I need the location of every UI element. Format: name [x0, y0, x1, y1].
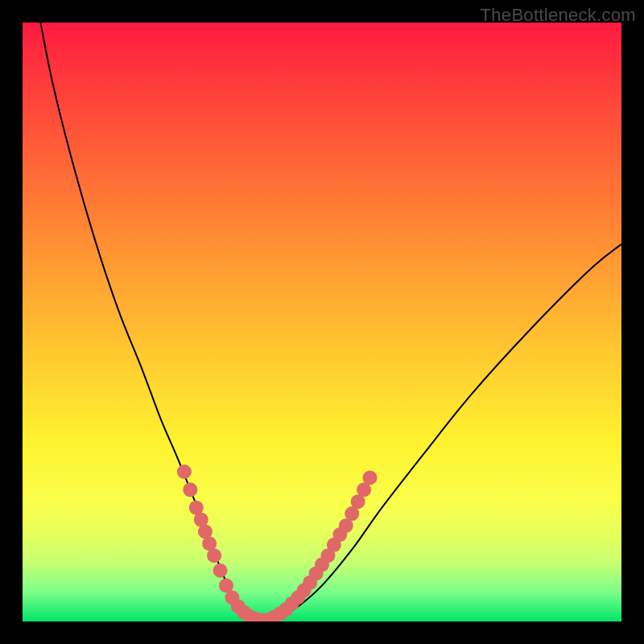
data-marker — [183, 482, 197, 497]
bottleneck-curve — [40, 23, 621, 621]
chart-svg — [23, 23, 621, 621]
data-marker — [177, 464, 192, 479]
data-marker — [363, 470, 378, 485]
watermark-text: TheBottleneck.com — [481, 5, 636, 26]
data-marker — [207, 548, 221, 563]
data-marker — [213, 564, 228, 578]
data-markers — [177, 464, 378, 621]
chart-frame — [23, 23, 621, 621]
